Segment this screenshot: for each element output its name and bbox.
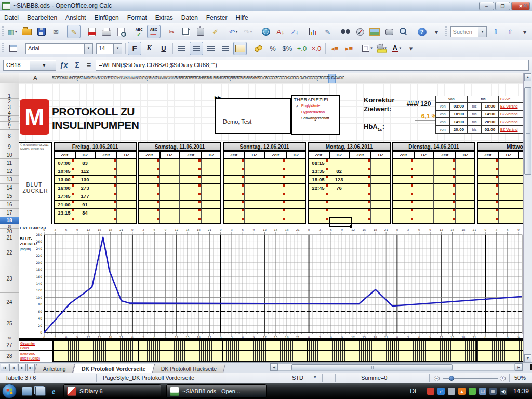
zeit-cell[interactable]: 13:35: [308, 167, 329, 176]
zeit-cell[interactable]: 16:00: [54, 184, 75, 192]
export-pdf-icon[interactable]: [85, 25, 99, 38]
scroll-up-icon[interactable]: ▲: [524, 73, 531, 81]
merge-cells-icon[interactable]: [233, 42, 247, 55]
bz-cell[interactable]: [371, 192, 391, 201]
selected-cell[interactable]: [329, 217, 352, 227]
navigator-icon[interactable]: [353, 25, 367, 38]
times-cell-r1-c3[interactable]: bis: [468, 102, 481, 110]
times-cell-r2-c1[interactable]: von: [435, 110, 450, 118]
italic-icon[interactable]: K: [142, 42, 156, 55]
bz-cell[interactable]: [245, 217, 264, 224]
zeit-cell[interactable]: [264, 217, 286, 224]
toolbar-grip[interactable]: [2, 43, 4, 54]
document-close-icon[interactable]: ✕: [523, 2, 528, 9]
bz-cell[interactable]: [371, 159, 391, 167]
font-name-combo[interactable]: Arial▾: [25, 43, 93, 54]
find-previous-icon[interactable]: ⇧: [503, 25, 517, 38]
bz-cell[interactable]: [499, 201, 518, 209]
bz-cell[interactable]: [414, 159, 434, 167]
row-header-14[interactable]: 14: [0, 184, 19, 192]
therapy-item-1[interactable]: Euglykämie: [301, 104, 320, 109]
align-center-icon[interactable]: [190, 42, 203, 55]
zeit-cell[interactable]: [180, 192, 202, 201]
toolbar-grip[interactable]: [2, 26, 4, 37]
bz-cell[interactable]: [414, 167, 434, 176]
title-bar[interactable]: ~SiABB8.ods - OpenOffice.org Calc – ❐ ✕: [0, 0, 532, 12]
bz-cell[interactable]: [117, 184, 137, 192]
zeit-cell[interactable]: [54, 217, 75, 224]
zeit-cell[interactable]: [392, 184, 414, 192]
sort-ascending-icon[interactable]: A↓: [274, 25, 287, 38]
zeit-cell[interactable]: [223, 201, 245, 209]
bz-cell[interactable]: [117, 217, 137, 224]
sidiary-tray-icon[interactable]: [427, 388, 434, 395]
bz-cell[interactable]: [456, 209, 475, 217]
times-cell-r2-c2[interactable]: 10:00: [450, 110, 468, 118]
taskbar-clock[interactable]: 14:39: [513, 388, 529, 395]
bz-cell[interactable]: [286, 184, 306, 192]
menu-item-bearbeiten[interactable]: Bearbeiten: [23, 12, 61, 23]
taskbar-button-sidiary[interactable]: SiDiary 6: [63, 384, 161, 398]
name-box-dropdown-icon[interactable]: ▾: [30, 61, 56, 70]
bz-cell[interactable]: [414, 176, 434, 184]
zeit-cell[interactable]: [180, 159, 202, 167]
row-header-8[interactable]: 8: [0, 130, 19, 142]
restore-button[interactable]: ❐: [495, 2, 510, 10]
show-desktop-icon[interactable]: [22, 387, 32, 396]
zeit-cell[interactable]: [264, 192, 286, 201]
bottom-row-strip-1[interactable]: [54, 340, 524, 351]
bz-cell[interactable]: 123: [329, 176, 349, 184]
zeit-cell[interactable]: [180, 184, 202, 192]
copy-icon[interactable]: [179, 25, 193, 38]
zeit-cell[interactable]: [349, 192, 371, 201]
zeit-cell[interactable]: [95, 217, 117, 224]
bz-cell[interactable]: [414, 184, 434, 192]
zoom-in-icon[interactable]: +: [500, 376, 506, 381]
print-icon[interactable]: [100, 25, 113, 38]
row-header-28[interactable]: 28: [0, 351, 19, 362]
bz-cell[interactable]: [414, 217, 434, 224]
bz-cell[interactable]: 130: [75, 176, 95, 184]
align-right-icon[interactable]: [204, 42, 218, 55]
zeit-cell[interactable]: [138, 192, 160, 201]
bz-cell[interactable]: [202, 176, 221, 184]
align-left-icon[interactable]: [175, 42, 189, 55]
currency-format-icon[interactable]: [251, 42, 265, 55]
bz-cell[interactable]: [245, 209, 264, 217]
minimize-button[interactable]: –: [479, 2, 494, 10]
zeit-cell[interactable]: [138, 201, 160, 209]
horizontal-scrollbar[interactable]: ◀ ▶: [270, 363, 523, 371]
new-document-icon-dropdown-icon[interactable]: ▾: [15, 30, 17, 34]
times-cell-r4-c3[interactable]: bis: [468, 126, 481, 134]
bz-cell[interactable]: [456, 167, 475, 176]
add-decimal-icon[interactable]: +.0: [295, 42, 309, 55]
bz-cell[interactable]: [245, 159, 264, 167]
start-button[interactable]: [2, 384, 17, 398]
document-tray-icon[interactable]: [448, 388, 455, 395]
bz-cell[interactable]: 76: [329, 184, 349, 192]
times-cell-r1-c2[interactable]: 03:00: [450, 102, 468, 110]
sync-tray-icon[interactable]: ⇄: [437, 388, 445, 395]
bz-cell[interactable]: 177: [75, 192, 95, 201]
zeit-cell[interactable]: [95, 167, 117, 176]
horizontal-scroll-thumb[interactable]: [291, 364, 453, 370]
zeit-cell[interactable]: [477, 167, 499, 176]
underline-icon[interactable]: U: [157, 42, 170, 55]
zeit-cell[interactable]: [264, 167, 286, 176]
menu-item-datei[interactable]: Datei: [0, 12, 23, 23]
bz-cell[interactable]: [245, 184, 264, 192]
zoom-level[interactable]: 50%: [514, 375, 526, 381]
toolbar2-options-icon[interactable]: ▾: [404, 42, 418, 55]
bz-cell[interactable]: [456, 184, 475, 192]
zeit-cell[interactable]: 10:45: [54, 167, 75, 176]
times-cell-r4-c4[interactable]: 03:00: [481, 126, 499, 134]
bz-cell[interactable]: [286, 159, 306, 167]
row-headers[interactable]: 1234567891011121314151617181920212223242…: [0, 83, 19, 362]
bz-cell[interactable]: [160, 176, 180, 184]
times-cell-r2-c4[interactable]: 14:00: [481, 110, 499, 118]
zeit-cell[interactable]: [308, 217, 329, 224]
row-header-16[interactable]: 16: [0, 201, 19, 209]
bz-cell[interactable]: [202, 217, 221, 224]
bz-cell[interactable]: [371, 176, 391, 184]
zeit-cell[interactable]: [477, 176, 499, 184]
